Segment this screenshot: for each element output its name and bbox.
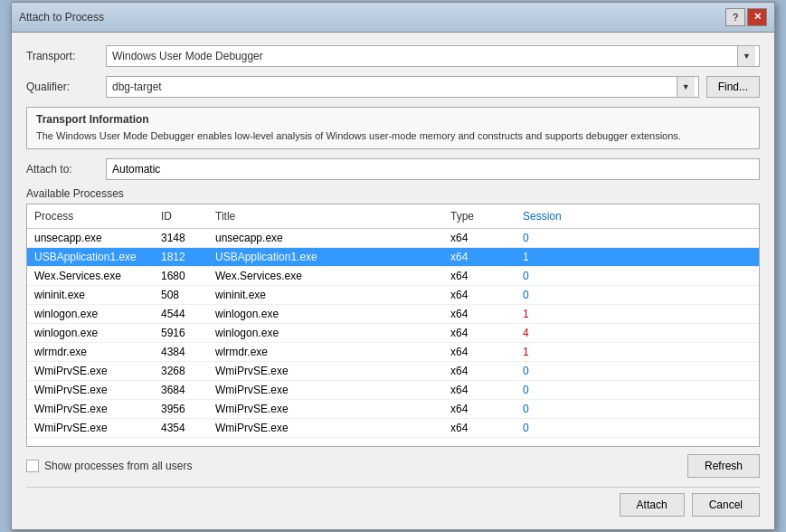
cell-type: x64: [443, 324, 516, 342]
attach-to-row: Attach to:: [26, 158, 760, 180]
col-process: Process: [27, 207, 154, 225]
attach-to-input[interactable]: [106, 158, 760, 180]
cell-extra: [588, 419, 759, 437]
cell-process: USBApplication1.exe: [27, 248, 154, 266]
cell-type: x64: [443, 419, 516, 437]
cell-process: WmiPrvSE.exe: [27, 419, 154, 437]
table-row[interactable]: winlogon.exe 5916 winlogon.exe x64 4: [27, 324, 759, 343]
cell-process: wininit.exe: [27, 286, 154, 304]
table-row[interactable]: wlrmdr.exe 4384 wlrmdr.exe x64 1: [27, 343, 759, 362]
cell-session: 0: [516, 362, 588, 380]
cell-id: 4354: [154, 419, 208, 437]
cell-type: x64: [443, 229, 516, 247]
cell-id: 3268: [154, 362, 208, 380]
qualifier-value: dbg-target: [112, 81, 677, 93]
cell-session: 0: [516, 286, 588, 304]
cell-session: 0: [516, 229, 588, 247]
transport-value: Windows User Mode Debugger: [112, 50, 737, 62]
table-row[interactable]: WmiPrvSE.exe 3268 WmiPrvSE.exe x64 0: [27, 362, 759, 381]
find-button[interactable]: Find...: [706, 76, 760, 98]
cell-title: WmiPrvSE.exe: [208, 400, 443, 418]
cell-extra: [588, 324, 759, 342]
cell-type: x64: [443, 400, 516, 418]
cell-session: 0: [516, 381, 588, 399]
dialog-title: Attach to Process: [19, 11, 104, 24]
qualifier-row: Qualifier: dbg-target ▼ Find...: [26, 76, 760, 98]
show-all-checkbox-label[interactable]: Show processes from all users: [26, 460, 192, 472]
transport-row: Transport: Windows User Mode Debugger ▼: [26, 45, 760, 67]
info-box-text: The Windows User Mode Debugger enables l…: [36, 129, 750, 143]
help-button[interactable]: ?: [725, 8, 745, 26]
cell-extra: [588, 267, 759, 285]
close-button[interactable]: ✕: [747, 8, 767, 26]
cell-process: winlogon.exe: [27, 305, 154, 323]
cell-type: x64: [443, 267, 516, 285]
cell-id: 3956: [154, 400, 208, 418]
transport-dropdown-arrow: ▼: [737, 46, 755, 66]
cell-id: 508: [154, 286, 208, 304]
table-row[interactable]: wininit.exe 508 wininit.exe x64 0: [27, 286, 759, 305]
cell-title: WmiPrvSE.exe: [208, 362, 443, 380]
cell-extra: [588, 362, 759, 380]
cell-type: x64: [443, 381, 516, 399]
cancel-button[interactable]: Cancel: [692, 493, 760, 517]
cell-id: 4544: [154, 305, 208, 323]
cell-session: 1: [516, 305, 588, 323]
attach-to-label: Attach to:: [26, 163, 99, 176]
col-extra: [588, 207, 759, 225]
attach-button[interactable]: Attach: [620, 493, 685, 517]
transport-label: Transport:: [26, 50, 99, 62]
cell-id: 1812: [154, 248, 208, 266]
attach-to-process-dialog: Attach to Process ? ✕ Transport: Windows…: [11, 2, 775, 530]
col-session: Session: [516, 207, 588, 225]
cell-title: winlogon.exe: [208, 324, 443, 342]
table-row[interactable]: WmiPrvSE.exe 3684 WmiPrvSE.exe x64 0: [27, 381, 759, 400]
cell-title: wininit.exe: [208, 286, 443, 304]
table-body: unsecapp.exe 3148 unsecapp.exe x64 0 USB…: [27, 229, 759, 446]
title-bar: Attach to Process ? ✕: [12, 3, 774, 33]
cell-title: WmiPrvSE.exe: [208, 381, 443, 399]
cell-extra: [588, 286, 759, 304]
action-buttons: Attach Cancel: [26, 487, 760, 517]
process-table: Process ID Title Type Session unsecapp.e…: [26, 204, 760, 447]
table-row[interactable]: Wex.Services.exe 1680 Wex.Services.exe x…: [27, 267, 759, 286]
table-row[interactable]: WmiPrvSE.exe 3956 WmiPrvSE.exe x64 0: [27, 400, 759, 419]
cell-title: wlrmdr.exe: [208, 343, 443, 361]
cell-process: Wex.Services.exe: [27, 267, 154, 285]
cell-id: 4384: [154, 343, 208, 361]
qualifier-dropdown[interactable]: dbg-target ▼: [106, 76, 699, 98]
info-box-title: Transport Information: [36, 113, 750, 126]
table-row[interactable]: USBApplication1.exe 1812 USBApplication1…: [27, 248, 759, 267]
cell-type: x64: [443, 305, 516, 323]
col-id: ID: [154, 207, 208, 225]
table-row[interactable]: unsecapp.exe 3148 unsecapp.exe x64 0: [27, 229, 759, 248]
table-header: Process ID Title Type Session: [27, 204, 759, 229]
title-bar-buttons: ? ✕: [725, 8, 767, 26]
refresh-button[interactable]: Refresh: [687, 454, 760, 478]
cell-title: WmiPrvSE.exe: [208, 419, 443, 437]
dialog-body: Transport: Windows User Mode Debugger ▼ …: [12, 33, 774, 529]
cell-process: winlogon.exe: [27, 324, 154, 342]
cell-id: 3148: [154, 229, 208, 247]
table-row[interactable]: winlogon.exe 4544 winlogon.exe x64 1: [27, 305, 759, 324]
cell-type: x64: [443, 286, 516, 304]
cell-session: 4: [516, 324, 588, 342]
cell-process: WmiPrvSE.exe: [27, 400, 154, 418]
cell-id: 1680: [154, 267, 208, 285]
cell-session: 0: [516, 400, 588, 418]
transport-dropdown[interactable]: Windows User Mode Debugger ▼: [106, 45, 760, 67]
cell-process: unsecapp.exe: [27, 229, 154, 247]
cell-type: x64: [443, 362, 516, 380]
cell-extra: [588, 343, 759, 361]
cell-extra: [588, 229, 759, 247]
cell-id: 3684: [154, 381, 208, 399]
table-row[interactable]: WmiPrvSE.exe 4354 WmiPrvSE.exe x64 0: [27, 419, 759, 438]
cell-session: 1: [516, 248, 588, 266]
show-all-checkbox[interactable]: [26, 460, 39, 472]
cell-session: 0: [516, 419, 588, 437]
cell-title: Wex.Services.exe: [208, 267, 443, 285]
col-title: Title: [208, 207, 443, 225]
cell-session: 1: [516, 343, 588, 361]
bottom-row: Show processes from all users Refresh: [26, 454, 760, 478]
show-all-label: Show processes from all users: [44, 460, 192, 472]
